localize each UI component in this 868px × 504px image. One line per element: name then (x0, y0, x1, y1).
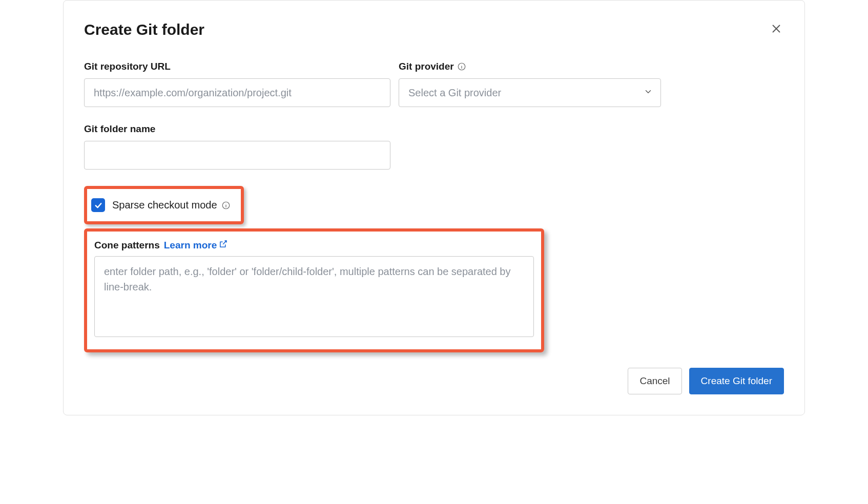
form-row-1: Git repository URL Git provider Select a… (84, 61, 784, 107)
cone-patterns-highlight: Cone patterns Learn more (84, 228, 544, 352)
cone-patterns-label: Cone patterns (94, 240, 160, 251)
create-git-folder-modal: Create Git folder Git repository URL Git… (63, 0, 805, 415)
provider-label: Git provider (399, 61, 661, 72)
sparse-checkout-highlight: Sparse checkout mode (84, 186, 244, 224)
provider-group: Git provider Select a Git provider (399, 61, 661, 107)
learn-more-link[interactable]: Learn more (164, 240, 228, 251)
folder-name-label: Git folder name (84, 123, 390, 135)
repo-url-group: Git repository URL (84, 61, 390, 107)
learn-more-text: Learn more (164, 240, 217, 251)
form-row-2: Git folder name (84, 123, 784, 170)
cone-patterns-textarea[interactable] (94, 256, 534, 337)
repo-url-input[interactable] (84, 78, 390, 107)
create-button[interactable]: Create Git folder (689, 368, 784, 394)
svg-point-3 (461, 65, 462, 66)
sparse-checkout-checkbox[interactable] (91, 198, 105, 212)
repo-url-label: Git repository URL (84, 61, 390, 72)
provider-select-wrap: Select a Git provider (399, 78, 661, 107)
external-link-icon (219, 240, 228, 251)
info-icon (221, 201, 231, 210)
close-button[interactable] (769, 21, 784, 38)
cancel-button[interactable]: Cancel (628, 368, 681, 394)
close-icon (771, 23, 782, 36)
modal-header: Create Git folder (84, 21, 784, 38)
folder-name-group: Git folder name (84, 123, 390, 170)
modal-title: Create Git folder (84, 21, 204, 38)
svg-line-8 (223, 241, 226, 244)
folder-name-input[interactable] (84, 141, 390, 170)
svg-point-6 (225, 203, 226, 204)
sparse-checkout-label: Sparse checkout mode (112, 199, 231, 211)
sparse-checkout-label-text: Sparse checkout mode (112, 199, 217, 211)
cone-patterns-label-row: Cone patterns Learn more (94, 240, 534, 251)
info-icon (457, 62, 466, 71)
provider-select[interactable]: Select a Git provider (399, 78, 661, 107)
provider-label-text: Git provider (399, 61, 454, 72)
modal-footer: Cancel Create Git folder (84, 368, 784, 394)
